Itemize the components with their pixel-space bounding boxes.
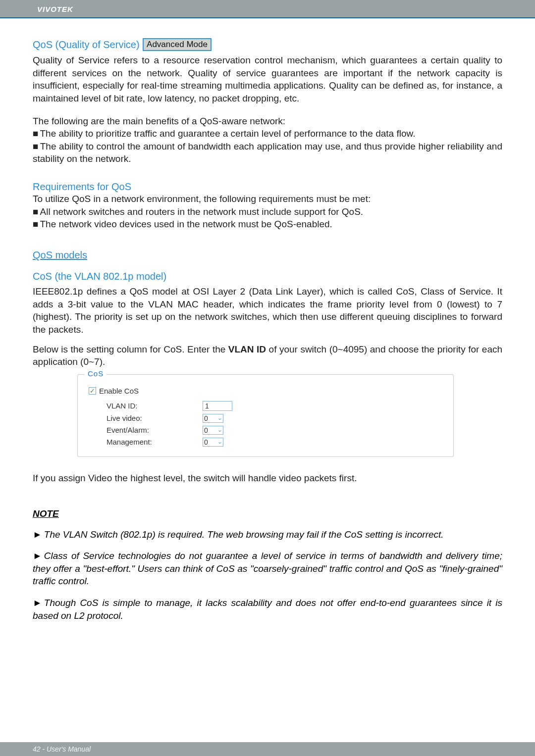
- cos-settings-panel: CoS ✓ Enable CoS VLAN ID: 1 Live video: …: [77, 374, 454, 457]
- live-video-row: Live video: 0 ⌄: [89, 414, 442, 423]
- qos-heading-row: QoS (Quality of Service) Advanced Mode: [33, 38, 502, 51]
- qos-benefit-2: ■The ability to control the amount of ba…: [33, 140, 502, 165]
- arrow-right-icon: ►: [33, 598, 44, 608]
- note-2-text: Class of Service technologies do not gua…: [33, 551, 502, 586]
- requirements-item-2: ■The network video devices used in the n…: [33, 218, 502, 231]
- page-number: 42 - User's Manual: [33, 745, 91, 753]
- vlan-id-input[interactable]: 1: [203, 401, 232, 411]
- arrow-right-icon: ►: [33, 529, 44, 540]
- req-item-1-text: All network switches and routers in the …: [40, 206, 363, 217]
- qos-benefit-1: ■The ability to prioritize traffic and g…: [33, 127, 502, 140]
- cos-below: Below is the setting column for CoS. Ent…: [33, 343, 502, 368]
- qos-intro: Quality of Service refers to a resource …: [33, 54, 502, 105]
- note-item-2: ►Class of Service technologies do not gu…: [33, 550, 502, 588]
- advanced-mode-badge: Advanced Mode: [143, 38, 212, 51]
- live-video-value: 0: [204, 414, 208, 422]
- live-video-select[interactable]: 0 ⌄: [203, 414, 223, 423]
- check-icon: ✓: [90, 387, 95, 395]
- brand-logo: VIVOTEK: [0, 5, 535, 13]
- square-bullet-icon: ■: [33, 206, 40, 217]
- qos-benefit-2-text: The ability to control the amount of ban…: [33, 141, 502, 164]
- cos-title: CoS (the VLAN 802.1p model): [33, 271, 502, 282]
- chevron-down-icon: ⌄: [217, 415, 222, 421]
- enable-cos-label: Enable CoS: [99, 387, 139, 395]
- requirements-item-1: ■All network switches and routers in the…: [33, 205, 502, 218]
- square-bullet-icon: ■: [33, 128, 40, 139]
- requirements-title: Requirements for QoS: [33, 181, 502, 193]
- note-item-3: ►Though CoS is simple to manage, it lack…: [33, 597, 502, 622]
- page-content: QoS (Quality of Service) Advanced Mode Q…: [0, 18, 535, 622]
- qos-title: QoS (Quality of Service): [33, 39, 140, 50]
- management-value: 0: [204, 438, 208, 446]
- event-alarm-row: Event/Alarm: 0 ⌄: [89, 426, 442, 435]
- event-alarm-value: 0: [204, 426, 208, 434]
- note-3-text: Though CoS is simple to manage, it lacks…: [33, 598, 502, 621]
- management-select[interactable]: 0 ⌄: [203, 438, 223, 447]
- event-alarm-select[interactable]: 0 ⌄: [203, 426, 223, 435]
- note-1-text: The VLAN Switch (802.1p) is required. Th…: [44, 529, 444, 540]
- note-title: NOTE: [33, 508, 502, 519]
- qos-models-title: QoS models: [33, 250, 87, 261]
- req-item-2-text: The network video devices used in the ne…: [40, 219, 332, 229]
- management-label: Management:: [89, 438, 203, 446]
- cos-below-bold: VLAN ID: [228, 344, 266, 354]
- live-video-label: Live video:: [89, 414, 203, 422]
- management-row: Management: 0 ⌄: [89, 438, 442, 447]
- vlan-id-row: VLAN ID: 1: [89, 401, 442, 411]
- cos-panel-legend: CoS: [85, 369, 107, 378]
- enable-cos-row: ✓ Enable CoS: [89, 387, 442, 395]
- page-header: VIVOTEK: [0, 0, 535, 18]
- arrow-right-icon: ►: [33, 551, 44, 561]
- chevron-down-icon: ⌄: [217, 439, 222, 445]
- event-alarm-label: Event/Alarm:: [89, 426, 203, 434]
- qos-benefit-1-text: The ability to prioritize traffic and gu…: [40, 128, 415, 139]
- requirements-lead: To utilize QoS in a network environment,…: [33, 193, 502, 205]
- square-bullet-icon: ■: [33, 219, 40, 229]
- vlan-id-label: VLAN ID:: [89, 402, 203, 410]
- note-item-1: ►The VLAN Switch (802.1p) is required. T…: [33, 528, 502, 541]
- cos-below-pre: Below is the setting column for CoS. Ent…: [33, 344, 228, 354]
- qos-benefits-lead: The following are the main benefits of a…: [33, 115, 502, 128]
- enable-cos-checkbox[interactable]: ✓: [89, 387, 96, 395]
- chevron-down-icon: ⌄: [217, 427, 222, 433]
- page-footer: 42 - User's Manual: [0, 742, 535, 756]
- cos-desc: IEEE802.1p defines a QoS model at OSI La…: [33, 285, 502, 336]
- square-bullet-icon: ■: [33, 141, 40, 151]
- cos-after-panel: If you assign Video the highest level, t…: [33, 472, 502, 485]
